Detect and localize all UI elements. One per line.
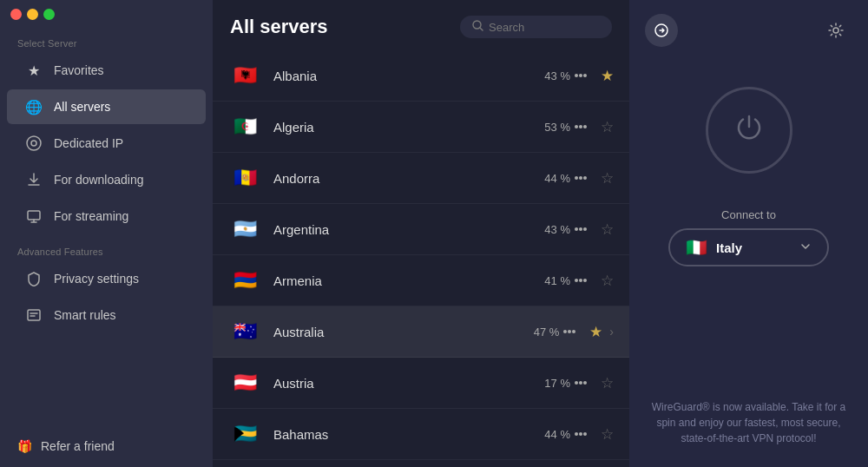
traffic-light-red[interactable] [10,9,22,20]
search-icon [472,20,483,34]
svg-point-20 [563,330,567,333]
svg-point-17 [575,279,578,282]
search-box[interactable] [460,16,612,38]
server-load: 44 % [544,172,587,185]
sidebar-item-dedicated-ip[interactable]: Dedicated IP [7,126,206,161]
sidebar-item-label: Favorites [54,63,104,77]
settings-button[interactable] [819,14,852,47]
svg-point-18 [579,279,582,282]
svg-point-16 [583,227,587,231]
sidebar-item-label: Dedicated IP [54,136,123,150]
flag-argentina: 🇦🇷 [228,213,261,246]
wireguard-notice: WireGuard® is now available. Take it for… [629,385,868,467]
country-name: Andorra [273,171,544,186]
shield-icon [24,269,43,288]
sidebar-item-for-streaming[interactable]: For streaming [7,199,206,234]
flag-andorra: 🇦🇩 [228,161,261,194]
favorite-star[interactable]: ☆ [601,220,614,239]
svg-point-9 [579,125,582,128]
svg-point-19 [583,279,587,282]
favorite-star[interactable]: ☆ [601,374,614,392]
sidebar-item-favorites[interactable]: ★ Favorites [7,53,206,88]
back-button[interactable] [645,14,678,47]
advanced-features-label: Advanced Features [0,241,213,260]
right-panel-top-bar [629,0,868,61]
country-name: Albania [273,69,544,83]
sidebar-item-privacy-settings[interactable]: Privacy settings [7,261,206,296]
svg-point-10 [583,125,587,128]
flag-austria: 🇦🇹 [228,366,261,399]
selected-country-name: Italy [716,240,742,255]
svg-point-21 [568,330,571,333]
traffic-light-green[interactable] [43,9,55,20]
svg-point-8 [575,125,578,128]
svg-point-11 [575,176,578,180]
gift-icon: 🎁 [17,439,32,453]
globe-icon: 🌐 [24,97,43,116]
svg-point-12 [579,176,582,180]
svg-point-22 [572,330,575,333]
svg-point-1 [31,141,36,146]
country-name: Bahamas [273,427,544,442]
table-row[interactable]: 🇦🇩 Andorra 44 % ☆ [213,153,629,204]
traffic-lights [10,9,55,20]
svg-point-7 [583,74,587,77]
download-icon [24,170,43,189]
svg-rect-2 [28,211,40,220]
sidebar-section-label: Select Server [0,33,213,52]
server-load: 43 % [544,223,587,236]
table-row[interactable]: 🇦🇷 Argentina 43 % ☆ [213,204,629,255]
server-load: 17 % [544,377,587,390]
country-selector[interactable]: 🇮🇹 Italy [668,228,829,266]
svg-point-13 [583,176,587,180]
table-row[interactable]: 🇦🇲 Armenia 41 % ☆ [213,255,629,306]
streaming-icon [24,207,43,226]
traffic-light-yellow[interactable] [27,9,38,20]
server-list: 🇦🇱 Albania 43 % ★ 🇩🇿 Algeria 53 % ☆ 🇦🇩 A… [213,50,629,467]
sidebar-item-all-servers[interactable]: 🌐 All servers [7,89,206,124]
search-input[interactable] [489,21,600,34]
favorite-star[interactable]: ★ [601,67,614,85]
svg-point-0 [27,136,41,150]
favorite-star[interactable]: ☆ [601,425,614,444]
favorite-star[interactable]: ☆ [601,169,614,187]
table-row[interactable]: 🇦🇹 Austria 17 % ☆ [213,358,629,409]
selected-country-flag: 🇮🇹 [686,237,707,258]
server-panel: All servers 🇦🇱 Albania 43 % ★ 🇩🇿 [213,0,629,467]
svg-point-24 [579,381,582,385]
favorite-star[interactable]: ☆ [601,272,614,290]
right-panel: Connect to 🇮🇹 Italy WireGuard® is now av… [629,0,868,467]
svg-point-27 [579,432,582,436]
table-row[interactable]: 🇩🇿 Algeria 53 % ☆ [213,102,629,153]
country-name: Austria [273,376,544,391]
svg-point-14 [575,227,578,231]
table-row[interactable]: 🇦🇺 Australia 47 % ★ › [213,306,629,358]
sidebar-item-label: Privacy settings [54,272,139,286]
country-name: Armenia [273,273,544,288]
favorites-icon: ★ [24,61,43,80]
table-row[interactable]: 🇦🇱 Albania 43 % ★ [213,50,629,102]
selector-chevron-icon [799,240,812,255]
power-icon [733,111,765,149]
table-row[interactable]: 🇧🇸 Bahamas 44 % ☆ [213,409,629,460]
power-button-container [706,87,792,174]
server-panel-header: All servers [213,0,629,50]
server-load: 43 % [544,69,587,82]
favorite-star[interactable]: ★ [589,323,602,341]
flag-bahamas: 🇧🇸 [228,418,261,451]
country-name: Australia [273,325,534,339]
country-name: Argentina [273,222,544,237]
sidebar-item-label: For streaming [54,209,128,223]
flag-algeria: 🇩🇿 [228,110,261,143]
favorite-star[interactable]: ☆ [601,118,614,136]
sidebar-item-smart-rules[interactable]: Smart rules [7,298,206,332]
sidebar-item-for-downloading[interactable]: For downloading [7,162,206,197]
sidebar-item-label: Smart rules [54,308,116,322]
svg-point-5 [575,74,578,77]
svg-point-30 [833,28,838,33]
sidebar-item-label: All servers [54,100,110,114]
svg-point-23 [575,381,578,385]
power-button[interactable] [706,87,792,174]
country-selector-left: 🇮🇹 Italy [686,237,742,258]
refer-friend-button[interactable]: 🎁 Refer a friend [0,425,213,467]
